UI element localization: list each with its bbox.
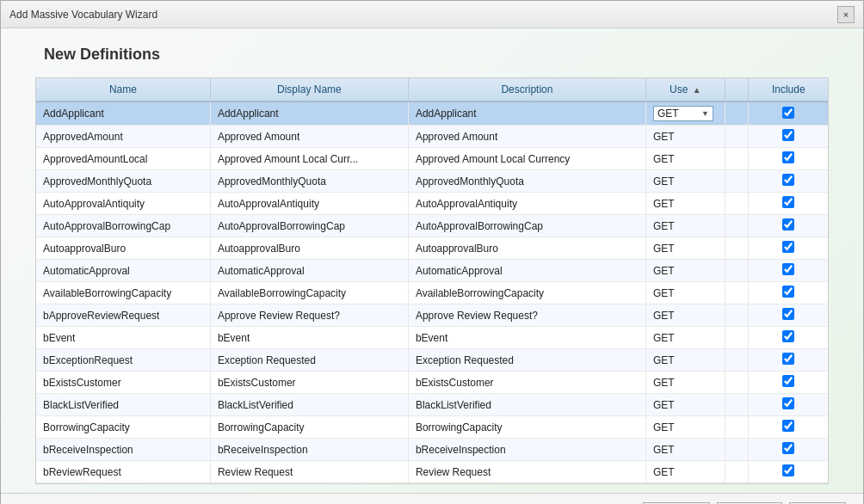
cell-include[interactable]: [749, 461, 828, 483]
cell-include[interactable]: [749, 394, 828, 416]
table-row[interactable]: AutoapprovalBuroAutoapprovalBuroAutoappr…: [36, 237, 828, 260]
cell-use[interactable]: GET: [645, 372, 725, 394]
cell-use[interactable]: GET: [645, 349, 725, 372]
cell-desc: bReceiveInspection: [408, 439, 645, 461]
use-dropdown-button[interactable]: GET▼: [653, 106, 713, 121]
include-checkbox[interactable]: [782, 375, 794, 387]
cell-include[interactable]: [749, 237, 828, 260]
table-row[interactable]: bReviewRequestReview RequestReview Reque…: [36, 461, 828, 483]
include-checkbox[interactable]: [782, 286, 794, 298]
include-checkbox[interactable]: [782, 464, 794, 476]
table-row[interactable]: ApprovedAmountLocalApproved Amount Local…: [36, 148, 828, 170]
cell-sort: [725, 461, 749, 483]
cell-sort: [725, 327, 749, 349]
cell-name: AutoapprovalBuro: [36, 237, 210, 260]
cell-include[interactable]: [749, 372, 828, 394]
table-row[interactable]: bExceptionRequestException RequestedExce…: [36, 349, 828, 372]
cell-include[interactable]: [749, 439, 828, 461]
include-checkbox[interactable]: [782, 107, 794, 119]
cell-include[interactable]: [749, 193, 828, 215]
table-row[interactable]: bReceiveInspectionbReceiveInspectionbRec…: [36, 439, 828, 461]
cell-include[interactable]: [749, 282, 828, 304]
dropdown-arrow-icon: ▼: [701, 109, 709, 118]
cell-use[interactable]: GET: [645, 327, 725, 349]
cell-display: Review Request: [210, 461, 408, 483]
cell-include[interactable]: [749, 148, 828, 170]
cell-name: bApproveReviewRequest: [36, 304, 210, 327]
cell-desc: bExistsCustomer: [408, 372, 645, 394]
cell-name: BlackListVerified: [36, 394, 210, 416]
close-button[interactable]: ×: [837, 6, 855, 23]
include-checkbox[interactable]: [782, 241, 794, 253]
cell-use[interactable]: GET: [645, 126, 725, 148]
cell-use[interactable]: GET: [645, 170, 725, 193]
table-row[interactable]: ApprovedMonthlyQuotaApprovedMonthlyQuota…: [36, 170, 828, 193]
include-checkbox[interactable]: [782, 420, 794, 432]
include-checkbox[interactable]: [782, 129, 794, 141]
cell-use[interactable]: GET: [645, 237, 725, 260]
include-checkbox[interactable]: [782, 174, 794, 186]
cell-include[interactable]: [749, 260, 828, 282]
cell-include[interactable]: [749, 349, 828, 372]
sort-arrow-use: ▲: [693, 85, 701, 95]
cell-use[interactable]: GET: [645, 416, 725, 439]
include-checkbox[interactable]: [782, 397, 794, 409]
table-scroll[interactable]: Name Display Name Description Use ▲ Incl…: [36, 78, 828, 483]
col-header-display: Display Name: [210, 78, 408, 101]
cell-include[interactable]: [749, 101, 828, 126]
cell-desc: Approved Amount: [408, 126, 645, 148]
include-checkbox[interactable]: [782, 442, 794, 454]
cell-include[interactable]: [749, 170, 828, 193]
cell-sort: [725, 349, 749, 372]
include-checkbox[interactable]: [782, 263, 794, 275]
col-header-use: Use ▲: [645, 78, 725, 101]
cell-display: AutoApprovalBorrowingCap: [210, 215, 408, 237]
cell-display: Approve Review Request?: [210, 304, 408, 327]
cell-name: AvailableBorrowingCapacity: [36, 282, 210, 304]
table-row[interactable]: AvailableBorrowingCapacityAvailableBorro…: [36, 282, 828, 304]
col-header-include: Include: [749, 78, 828, 101]
table-row[interactable]: ApprovedAmountApproved AmountApproved Am…: [36, 126, 828, 148]
cell-name: ApprovedAmountLocal: [36, 148, 210, 170]
cell-display: BlackListVerified: [210, 394, 408, 416]
cell-desc: Review Request: [408, 461, 645, 483]
include-checkbox[interactable]: [782, 353, 794, 365]
cell-name: AutoApprovalBorrowingCap: [36, 215, 210, 237]
cell-include[interactable]: [749, 126, 828, 148]
table-row[interactable]: bApproveReviewRequestApprove Review Requ…: [36, 304, 828, 327]
cell-use[interactable]: GET: [645, 282, 725, 304]
table-row[interactable]: bEventbEventbEventGET: [36, 327, 828, 349]
table-row[interactable]: AutoApprovalAntiquityAutoApprovalAntiqui…: [36, 193, 828, 215]
cell-use[interactable]: GET: [645, 148, 725, 170]
cell-include[interactable]: [749, 416, 828, 439]
cell-use[interactable]: GET: [645, 461, 725, 483]
table-row[interactable]: AddApplicantAddApplicantAddApplicantGET▼…: [36, 101, 828, 126]
table-row[interactable]: AutoApprovalBorrowingCapAutoApprovalBorr…: [36, 215, 828, 237]
table-row[interactable]: AutomaticApprovalAutomaticApprovalAutoma…: [36, 260, 828, 282]
table-row[interactable]: BlackListVerifiedBlackListVerifiedBlackL…: [36, 394, 828, 416]
include-checkbox[interactable]: [782, 330, 794, 342]
table-row[interactable]: BorrowingCapacityBorrowingCapacityBorrow…: [36, 416, 828, 439]
cell-desc: AutomaticApproval: [408, 260, 645, 282]
cell-display: Approved Amount: [210, 126, 408, 148]
cell-display: Approved Amount Local Curr...: [210, 148, 408, 170]
include-checkbox[interactable]: [782, 308, 794, 320]
cell-use[interactable]: GET: [645, 215, 725, 237]
cell-use[interactable]: GET: [645, 304, 725, 327]
include-checkbox[interactable]: [782, 218, 794, 230]
col-header-sort: [725, 78, 749, 101]
cell-sort: [725, 416, 749, 439]
cell-use[interactable]: GET: [645, 394, 725, 416]
include-checkbox[interactable]: [782, 196, 794, 208]
include-checkbox[interactable]: [782, 151, 794, 163]
cell-include[interactable]: [749, 215, 828, 237]
content-area: New Definitions Name Display Name Descri…: [1, 28, 863, 493]
cell-sort: [725, 372, 749, 394]
cell-include[interactable]: [749, 327, 828, 349]
cell-include[interactable]: [749, 304, 828, 327]
table-row[interactable]: bExistsCustomerbExistsCustomerbExistsCus…: [36, 372, 828, 394]
cell-use[interactable]: GET: [645, 260, 725, 282]
cell-use[interactable]: GET: [645, 193, 725, 215]
cell-use[interactable]: GET▼GETSETALL: [645, 101, 725, 126]
cell-use[interactable]: GET: [645, 439, 725, 461]
